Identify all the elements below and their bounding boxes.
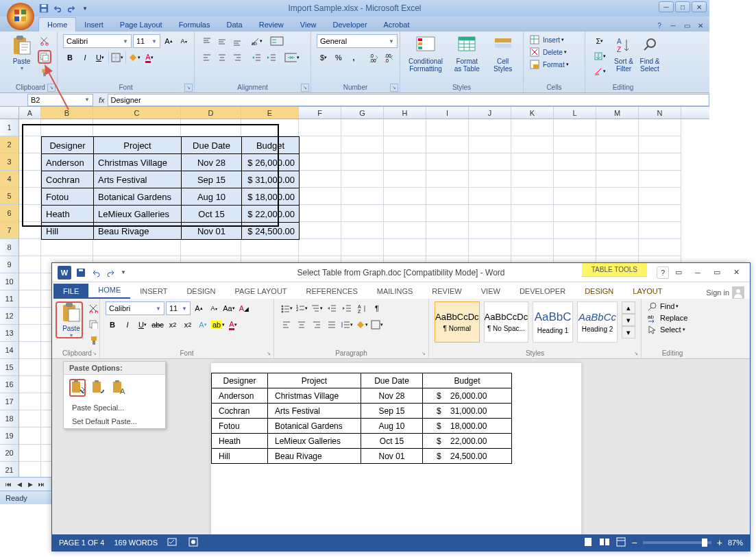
- wfont-launcher[interactable]: ↘: [265, 351, 272, 358]
- cell-H2[interactable]: [384, 136, 426, 153]
- maximize-button[interactable]: □: [675, 1, 690, 12]
- cell-N6[interactable]: [639, 205, 681, 222]
- cell-J8[interactable]: [469, 239, 511, 256]
- fill-color-icon[interactable]: ▾: [127, 51, 141, 64]
- row-header-12[interactable]: 12: [0, 308, 19, 325]
- cell-A1[interactable]: [19, 119, 41, 136]
- cell-N5[interactable]: [639, 188, 681, 205]
- cell-N8[interactable]: [639, 239, 681, 256]
- cell-L1[interactable]: [554, 119, 596, 136]
- increase-decimal-icon[interactable]: .0.00: [366, 51, 380, 64]
- increase-indent-icon[interactable]: [340, 301, 354, 315]
- wtab-insert[interactable]: INSERT: [130, 284, 177, 299]
- row-header-21[interactable]: 21: [0, 462, 19, 477]
- superscript-icon[interactable]: x2: [181, 318, 195, 332]
- cell-L4[interactable]: [554, 171, 596, 188]
- close-button[interactable]: ✕: [692, 1, 707, 12]
- cell-A17[interactable]: [19, 393, 41, 410]
- wclipboard-launcher[interactable]: ↘: [91, 351, 98, 358]
- word-bold-icon[interactable]: B: [106, 318, 119, 332]
- cell-G4[interactable]: [341, 171, 384, 188]
- cell-K7[interactable]: [511, 222, 554, 239]
- find-button[interactable]: Find▾: [647, 301, 679, 311]
- cell-A2[interactable]: [19, 136, 41, 153]
- font-launcher[interactable]: ↘: [184, 84, 193, 92]
- cell-F7[interactable]: [299, 222, 341, 239]
- macro-icon[interactable]: [188, 536, 199, 549]
- align-center-icon[interactable]: [295, 318, 308, 332]
- proofing-icon[interactable]: [167, 536, 178, 549]
- cell-styles-button[interactable]: Cell Styles: [488, 34, 517, 73]
- tab-data[interactable]: Data: [218, 18, 250, 32]
- cell-I2[interactable]: [426, 136, 469, 153]
- name-box[interactable]: B2▼: [27, 94, 93, 106]
- autosum-icon[interactable]: Σ▾: [591, 34, 609, 48]
- replace-button[interactable]: abReplace: [647, 313, 687, 323]
- grow-font-icon[interactable]: A▴: [192, 301, 206, 315]
- format-button[interactable]: Format▾: [529, 59, 569, 70]
- word-save-icon[interactable]: [75, 267, 86, 278]
- cell-B1[interactable]: [41, 119, 93, 136]
- cell-J5[interactable]: [469, 188, 511, 205]
- bold-icon[interactable]: B: [63, 51, 77, 64]
- word-font-combo[interactable]: Calibri▼: [106, 301, 164, 315]
- cell-M4[interactable]: [596, 171, 639, 188]
- cell-I4[interactable]: [426, 171, 469, 188]
- font-size-combo[interactable]: 11▼: [133, 34, 160, 48]
- cell-F1[interactable]: [299, 119, 341, 136]
- cell-A6[interactable]: [19, 205, 41, 222]
- cell-L2[interactable]: [554, 136, 596, 153]
- cell-I8[interactable]: [426, 239, 469, 256]
- cell-N2[interactable]: [639, 136, 681, 153]
- cell-A10[interactable]: [19, 273, 41, 290]
- col-header-F[interactable]: F: [299, 107, 341, 119]
- word-copy-icon[interactable]: [86, 317, 100, 331]
- wtab-developer[interactable]: DEVELOPER: [510, 284, 575, 299]
- col-header-H[interactable]: H: [384, 107, 426, 119]
- cell-A9[interactable]: [19, 256, 41, 273]
- row-header-10[interactable]: 10: [0, 273, 19, 290]
- doc-close-button[interactable]: ✕: [694, 21, 707, 30]
- row-header-20[interactable]: 20: [0, 445, 19, 462]
- shrink-font-icon[interactable]: A▾: [207, 301, 221, 315]
- format-painter-icon[interactable]: [38, 66, 51, 79]
- cell-F5[interactable]: [299, 188, 341, 205]
- text-effects-icon[interactable]: A▾: [196, 318, 210, 332]
- row-header-2[interactable]: 2: [0, 136, 19, 153]
- cell-L5[interactable]: [554, 188, 596, 205]
- cell-A4[interactable]: [19, 171, 41, 188]
- tab-formulas[interactable]: Formulas: [171, 18, 219, 32]
- clear-format-icon[interactable]: A◢: [237, 301, 251, 315]
- row-header-4[interactable]: 4: [0, 171, 19, 188]
- align-right-icon[interactable]: [310, 318, 324, 332]
- col-header-K[interactable]: K: [511, 107, 554, 119]
- cell-F8[interactable]: [299, 239, 341, 256]
- select-button[interactable]: Select▾: [647, 325, 685, 334]
- grow-font-icon[interactable]: A▴: [162, 34, 175, 48]
- wtab-design[interactable]: DESIGN: [177, 284, 225, 299]
- cell-A19[interactable]: [19, 428, 41, 445]
- cell-N3[interactable]: [639, 153, 681, 171]
- cell-K1[interactable]: [511, 119, 554, 136]
- cell-H7[interactable]: [384, 222, 426, 239]
- shading-icon[interactable]: ▾: [355, 318, 369, 332]
- word-cut-icon[interactable]: [86, 301, 100, 315]
- signin-link[interactable]: Sign in: [706, 286, 744, 299]
- zoom-level[interactable]: 87%: [728, 539, 743, 547]
- cell-M3[interactable]: [596, 153, 639, 171]
- print-layout-icon[interactable]: [583, 536, 594, 549]
- cell-B8[interactable]: [41, 239, 93, 256]
- cell-C8[interactable]: [93, 239, 181, 256]
- cell-I1[interactable]: [426, 119, 469, 136]
- wstyles-launcher[interactable]: ↘: [633, 351, 639, 358]
- align-left-icon[interactable]: [200, 51, 214, 64]
- cell-A11[interactable]: [19, 290, 41, 308]
- currency-icon[interactable]: $▾: [317, 51, 330, 64]
- cell-K3[interactable]: [511, 153, 554, 171]
- cell-F4[interactable]: [299, 171, 341, 188]
- word-close-button[interactable]: ✕: [727, 265, 746, 280]
- first-sheet-icon[interactable]: ⏮: [3, 479, 14, 490]
- cell-L8[interactable]: [554, 239, 596, 256]
- cell-H8[interactable]: [384, 239, 426, 256]
- wtab-mailings[interactable]: MAILINGS: [367, 284, 423, 299]
